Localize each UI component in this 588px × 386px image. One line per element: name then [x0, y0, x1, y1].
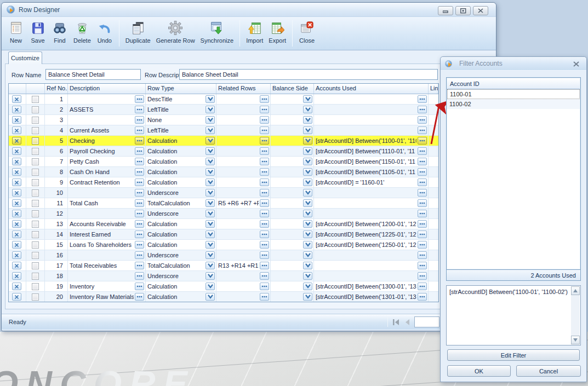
row-checkbox[interactable] [32, 210, 39, 217]
balance-side-cell[interactable] [271, 167, 314, 177]
accounts-used-cell[interactable] [314, 94, 429, 105]
account-list-item[interactable]: 1100-01 [447, 89, 580, 99]
balance-side-dropdown-button[interactable] [303, 210, 312, 217]
accounts-used-ellipsis-button[interactable] [418, 283, 427, 290]
related-rows-cell[interactable] [216, 292, 271, 302]
related-rows-cell[interactable] [216, 271, 271, 281]
description-ellipsis-button[interactable] [135, 241, 144, 249]
description-ellipsis-button[interactable] [135, 106, 144, 113]
balance-side-cell[interactable] [271, 240, 314, 250]
balance-side-cell[interactable] [271, 94, 314, 105]
accounts-used-cell[interactable]: [strAccountID] Between('1105-01', '11 [314, 167, 429, 177]
row-checkbox[interactable] [32, 231, 39, 238]
related-rows-cell[interactable] [216, 167, 271, 177]
related-rows-cell[interactable] [216, 229, 271, 240]
row-type-cell[interactable]: Calculation [146, 136, 216, 146]
related-rows-ellipsis-button[interactable] [260, 220, 269, 228]
description-ellipsis-button[interactable] [135, 251, 144, 259]
row-type-dropdown-button[interactable] [205, 293, 215, 301]
description-cell[interactable]: Current Assets [68, 125, 146, 136]
balance-side-cell[interactable] [271, 292, 314, 302]
delete-row-button[interactable] [12, 116, 21, 124]
delete-row-button[interactable] [12, 251, 21, 259]
close-button[interactable]: Close [296, 19, 318, 44]
row-type-cell[interactable]: TotalCalculation [146, 261, 216, 271]
line-cell[interactable] [429, 229, 438, 240]
line-cell[interactable] [429, 250, 438, 261]
related-rows-cell[interactable] [216, 105, 271, 115]
line-cell[interactable] [429, 136, 438, 146]
accounts-used-cell[interactable]: [strAccountID] Between('1100-01', '1100-… [314, 136, 429, 146]
related-rows-ellipsis-button[interactable] [260, 283, 269, 290]
description-cell[interactable] [68, 94, 146, 105]
generate-row-button[interactable]: Generate Row [153, 19, 198, 44]
line-cell[interactable] [429, 198, 438, 209]
balance-side-cell[interactable] [271, 209, 314, 219]
row-type-dropdown-button[interactable] [205, 137, 215, 145]
row-type-dropdown-button[interactable] [205, 241, 215, 249]
delete-row-button[interactable] [12, 95, 21, 103]
ref-no-cell[interactable]: 13 [45, 219, 68, 229]
related-rows-cell[interactable] [216, 188, 271, 198]
delete-row-button[interactable] [12, 241, 21, 249]
balance-side-cell[interactable] [271, 188, 314, 198]
row-checkbox[interactable] [32, 158, 39, 165]
undo-button[interactable]: Undo [94, 19, 116, 44]
line-cell[interactable] [429, 94, 438, 105]
related-rows-cell[interactable] [216, 157, 271, 167]
row-type-dropdown-button[interactable] [205, 220, 215, 228]
accounts-used-cell[interactable]: [strAccountID] Between('1110-01', '11 [314, 146, 429, 157]
description-cell[interactable]: Petty Cash [68, 157, 146, 167]
line-cell[interactable] [429, 292, 438, 302]
accounts-used-cell[interactable]: [strAccountID] Between('1225-01', '12 [314, 229, 429, 240]
balance-side-cell[interactable] [271, 146, 314, 157]
accounts-used-cell[interactable]: [strAccountID] Between('1300-01', '13 [314, 281, 429, 292]
balance-side-cell[interactable] [271, 261, 314, 271]
balance-side-cell[interactable] [271, 271, 314, 281]
balance-side-dropdown-button[interactable] [303, 199, 312, 207]
line-cell[interactable] [429, 115, 438, 125]
delete-row-button[interactable] [12, 231, 21, 238]
row-type-cell[interactable]: TotalCalculation [146, 198, 216, 209]
related-rows-ellipsis-button[interactable] [260, 210, 269, 217]
row-checkbox[interactable] [32, 241, 39, 249]
related-rows-ellipsis-button[interactable] [260, 189, 269, 197]
related-rows-cell[interactable] [216, 136, 271, 146]
delete-row-button[interactable] [12, 178, 21, 186]
delete-row-button[interactable] [12, 106, 21, 113]
description-ellipsis-button[interactable] [135, 293, 144, 301]
row-type-dropdown-button[interactable] [205, 158, 215, 165]
related-rows-cell[interactable] [216, 125, 271, 136]
related-rows-ellipsis-button[interactable] [260, 106, 269, 113]
balance-side-dropdown-button[interactable] [303, 283, 312, 290]
description-ellipsis-button[interactable] [135, 126, 144, 134]
accounts-used-ellipsis-button[interactable] [418, 199, 427, 207]
delete-row-button[interactable] [12, 126, 21, 134]
related-rows-ellipsis-button[interactable] [260, 137, 269, 145]
balance-side-cell[interactable] [271, 219, 314, 229]
description-ellipsis-button[interactable] [135, 147, 144, 155]
line-cell[interactable] [429, 240, 438, 250]
delete-row-button[interactable] [12, 262, 21, 269]
ok-button[interactable]: OK [447, 365, 511, 377]
row-checkbox[interactable] [32, 96, 39, 103]
description-ellipsis-button[interactable] [135, 231, 144, 238]
grid-header[interactable]: Related Rows [216, 84, 271, 94]
delete-row-button[interactable] [12, 137, 21, 145]
accounts-used-cell[interactable] [314, 271, 429, 281]
delete-row-button[interactable] [12, 147, 21, 155]
import-button[interactable]: Import [243, 19, 266, 44]
balance-side-dropdown-button[interactable] [303, 220, 312, 228]
description-ellipsis-button[interactable] [135, 272, 144, 280]
description-ellipsis-button[interactable] [135, 158, 144, 165]
row-type-dropdown-button[interactable] [205, 116, 215, 124]
delete-button[interactable]: Delete [71, 19, 94, 44]
grid-header[interactable]: Ref No. [45, 84, 68, 94]
ref-no-cell[interactable]: 11 [45, 198, 68, 209]
row-type-cell[interactable]: Calculation [146, 157, 216, 167]
row-checkbox[interactable] [32, 169, 39, 176]
balance-side-dropdown-button[interactable] [303, 241, 312, 249]
accounts-used-cell[interactable]: [strAccountID] Between('1250-01', '12 [314, 240, 429, 250]
related-rows-cell[interactable] [216, 281, 271, 292]
line-cell[interactable] [429, 177, 438, 188]
